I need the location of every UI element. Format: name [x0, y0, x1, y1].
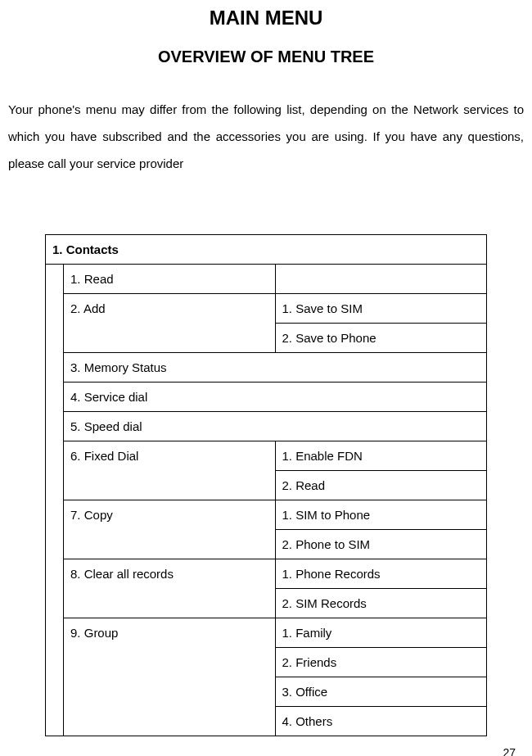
page-number: 27 [503, 746, 516, 756]
table-row: 7. Copy 1. SIM to Phone [46, 500, 487, 530]
table-row: 1. Contacts [46, 235, 487, 265]
submenu-item: 2. SIM Records [275, 589, 487, 618]
table-row: 1. Read [46, 265, 487, 294]
table-row: 8. Clear all records 1. Phone Records [46, 559, 487, 589]
page-title: MAIN MENU [8, 7, 524, 29]
submenu-item [275, 265, 487, 294]
submenu-item: 1. Save to SIM [275, 294, 487, 324]
indent-cell [46, 265, 64, 736]
menu-tree-table: 1. Contacts 1. Read 2. Add 1. Save to SI… [45, 234, 487, 736]
intro-paragraph: Your phone's menu may differ from the fo… [8, 96, 524, 177]
table-row: 3. Memory Status [46, 353, 487, 383]
submenu-item: 2. Phone to SIM [275, 530, 487, 559]
submenu-item: 2. Read [275, 471, 487, 500]
submenu-item: 1. Family [275, 618, 487, 648]
submenu-item: 4. Others [275, 707, 487, 736]
menu-item: 2. Add [64, 294, 275, 353]
menu-item: 5. Speed dial [64, 412, 487, 441]
table-row: 2. Add 1. Save to SIM [46, 294, 487, 324]
menu-item: 9. Group [64, 618, 275, 736]
submenu-item: 3. Office [275, 677, 487, 707]
submenu-item: 1. SIM to Phone [275, 500, 487, 530]
menu-item: 1. Read [64, 265, 275, 294]
table-row: 5. Speed dial [46, 412, 487, 441]
submenu-item: 2. Friends [275, 648, 487, 677]
table-row: 6. Fixed Dial 1. Enable FDN [46, 441, 487, 471]
menu-item: 4. Service dial [64, 383, 487, 412]
page-subtitle: OVERVIEW OF MENU TREE [8, 48, 524, 66]
submenu-item: 2. Save to Phone [275, 324, 487, 353]
menu-item: 6. Fixed Dial [64, 441, 275, 500]
submenu-item: 1. Phone Records [275, 559, 487, 589]
menu-item: 7. Copy [64, 500, 275, 559]
menu-item: 8. Clear all records [64, 559, 275, 618]
section-header: 1. Contacts [46, 235, 487, 265]
table-row: 4. Service dial [46, 383, 487, 412]
submenu-item: 1. Enable FDN [275, 441, 487, 471]
menu-item: 3. Memory Status [64, 353, 487, 383]
table-row: 9. Group 1. Family [46, 618, 487, 648]
